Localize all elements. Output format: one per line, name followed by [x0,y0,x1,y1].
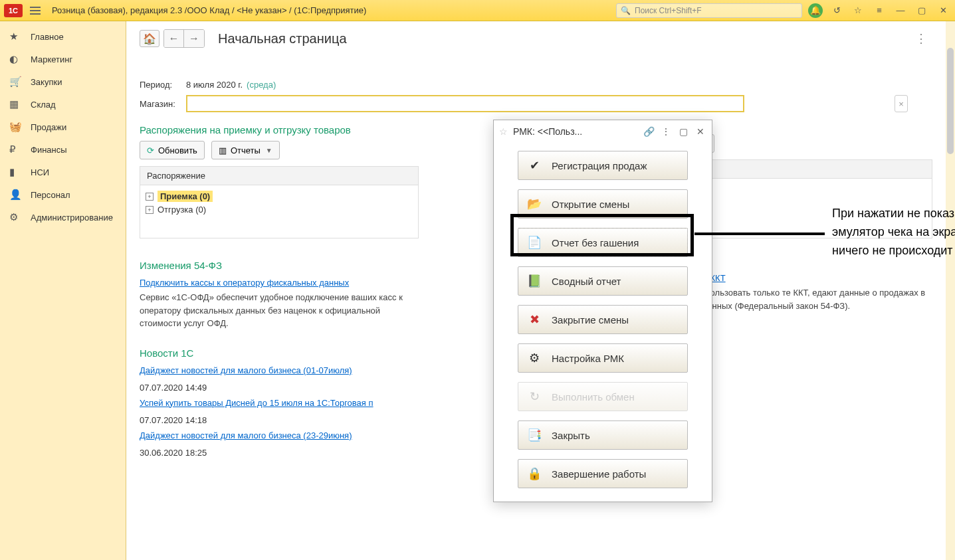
sidebar-item-admin[interactable]: ⚙Администрирование [0,206,126,229]
minimize-icon[interactable]: — [893,3,908,19]
sidebar-item-finance[interactable]: ₽Финансы [0,138,126,161]
person-icon: 👤 [9,189,23,201]
refresh-button[interactable]: ⟳Обновить [140,141,205,159]
book-icon: ▮ [9,166,23,178]
period-value: 8 июля 2020 г. [186,80,243,90]
sidebar-item-label: НСИ [31,167,49,177]
fz54-heading: Изменения 54-ФЗ [140,260,419,271]
favorite-star-icon[interactable]: ☆ [499,126,508,137]
rmk-register-sales-button[interactable]: ✔Регистрация продаж [518,151,688,180]
rmk-btn-label: Завершение работы [552,468,646,480]
sidebar-item-label: Продажи [31,122,66,132]
rmk-xreport-button[interactable]: 📄Отчет без гашения [518,228,688,257]
sidebar-item-warehouse[interactable]: ▦Склад [0,93,126,116]
sidebar-item-marketing[interactable]: ◐Маркетинг [0,48,126,70]
rmk-summary-report-button[interactable]: 📗Сводный отчет [518,266,688,296]
lock-icon: 🔒 [526,466,542,482]
chart-icon: ▥ [219,145,227,155]
home-button[interactable]: 🏠 [140,30,159,47]
logo-1c: 1C [4,4,23,17]
history-icon[interactable]: ↺ [829,3,845,19]
sidebar-item-nsi[interactable]: ▮НСИ [0,161,126,183]
news-link-1[interactable]: Успей купить товары Дисней до 15 июля на… [140,398,373,408]
clear-store-button[interactable]: × [895,95,908,112]
sidebar-item-label: Маркетинг [31,54,72,64]
basket-icon: 🧺 [9,121,23,133]
cart-icon: 🛒 [9,76,23,88]
document-icon: 📄 [526,234,542,250]
sidebar-item-label: Финансы [31,145,67,155]
cross-red-icon: ✖ [526,312,542,327]
rmk-close-shift-button[interactable]: ✖Закрытие смены [518,305,688,334]
sidebar-item-sales[interactable]: 🧺Продажи [0,116,126,138]
reports-button[interactable]: ▥Отчеты▼ [211,141,280,159]
expand-icon[interactable]: + [146,206,154,214]
fz54-left-text: Сервис «1C-ОФД» обеспечит удобное подклю… [140,291,419,330]
notifications-icon[interactable]: 🔔 [807,3,823,19]
sidebar-item-label: Персонал [31,190,70,200]
cycle-icon: ↻ [526,389,542,405]
scrollbar-thumb[interactable] [947,48,954,154]
nav-toolbar: 🏠 ← → Начальная страница ⋮ [140,29,932,48]
rmk-popup: ☆ РМК: <<Польз... 🔗 ⋮ ▢ ✕ ✔Регистрация п… [493,120,712,502]
rmk-btn-label: Настройка РМК [552,353,624,364]
rmk-open-shift-button[interactable]: 📂Открытие смены [518,189,688,219]
forward-button[interactable]: → [184,30,204,47]
rmk-exit-button[interactable]: 🔒Завершение работы [518,459,688,488]
folder-open-icon: 📂 [526,196,542,212]
rmk-close-button[interactable]: 📑Закрыть [518,420,688,450]
rmk-btn-label: Закрыть [552,430,590,441]
search-placeholder: Поиск Ctrl+Shift+F [635,6,702,15]
chevron-down-icon: ▼ [266,147,272,154]
search-input[interactable]: 🔍 Поиск Ctrl+Shift+F [616,3,802,18]
expand-icon[interactable]: + [146,193,154,201]
period-day: (среда) [247,80,276,90]
search-icon: 🔍 [621,6,631,15]
settings-bars-icon[interactable]: ≡ [871,3,887,19]
popup-title: РМК: <<Польз... [513,126,637,137]
window-title: Розница (базовая), редакция 2.3 /ООО Кла… [52,5,366,15]
page-title: Начальная страница [218,31,347,47]
close-icon[interactable]: ✕ [935,3,951,19]
refresh-label: Обновить [158,145,197,155]
doc-close-icon: 📑 [526,427,542,443]
star-icon[interactable]: ☆ [850,3,866,19]
sidebar-item-label: Администрирование [31,213,113,223]
annotation-arrow [694,233,825,235]
fz54-connect-link[interactable]: Подключить кассы к оператору фискальных … [140,278,349,288]
sidebar: ★Главное ◐Маркетинг 🛒Закупки ▦Склад 🧺Про… [0,21,126,560]
popup-menu-icon[interactable]: ⋮ [660,126,672,137]
tree-row-receiving[interactable]: + Приемка (0) [146,189,413,203]
star-fill-icon: ★ [9,31,23,43]
sidebar-item-purchases[interactable]: 🛒Закупки [0,70,126,93]
rmk-exchange-button: ↻Выполнить обмен [518,382,688,411]
sidebar-item-label: Закупки [31,77,62,87]
link-icon[interactable]: 🔗 [643,126,655,137]
maximize-icon[interactable]: ▢ [914,3,930,19]
store-label: Магазин: [140,99,186,109]
gear-icon: ⚙ [9,211,23,223]
tree-row-shipment[interactable]: + Отгрузка (0) [146,203,413,216]
store-input[interactable] [186,95,744,112]
gear-icon: ⚙ [526,350,542,366]
popup-close-icon[interactable]: ✕ [694,126,706,137]
menu-hamburger-icon[interactable] [28,3,43,18]
news-link-2[interactable]: Дайджест новостей для малого бизнеса (23… [140,430,352,440]
back-button[interactable]: ← [164,30,184,47]
news-link-0[interactable]: Дайджест новостей для малого бизнеса (01… [140,365,352,375]
rmk-btn-label: Открытие смены [552,199,629,210]
pie-icon: ◐ [9,53,23,65]
sidebar-item-main[interactable]: ★Главное [0,25,126,48]
popup-maximize-icon[interactable]: ▢ [677,126,689,137]
rmk-btn-label: Отчет без гашения [552,237,639,248]
tree-label: Отгрузка (0) [158,205,206,215]
scrollbar[interactable] [946,21,955,560]
page-menu-icon[interactable]: ⋮ [915,31,932,46]
period-label: Период: [140,80,186,90]
rmk-settings-button[interactable]: ⚙Настройка РМК [518,343,688,373]
grid-icon: ▦ [9,98,23,110]
orders-heading: Распоряжения на приемку и отгрузку товар… [140,124,419,136]
annotation-text: При нажатии не показывается эмулятор чек… [832,205,955,260]
sidebar-item-personnel[interactable]: 👤Персонал [0,183,126,206]
tree-label: Приемка (0) [158,191,213,202]
